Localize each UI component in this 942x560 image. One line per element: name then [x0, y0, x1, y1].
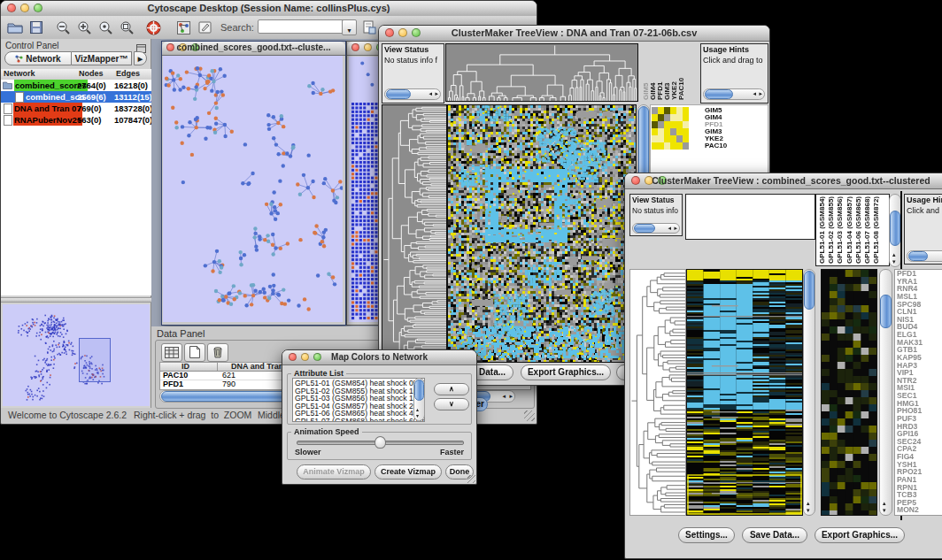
treeview2-column-dendrogram[interactable] — [685, 194, 815, 240]
treeview2-main-vscrollbar[interactable]: ▴▾ — [803, 269, 815, 516]
zoom-selected-icon[interactable] — [95, 18, 116, 37]
move-down-button[interactable]: ∨ — [434, 398, 469, 410]
treeview2-window: ClusterMaker TreeView : combined_scores_… — [624, 173, 942, 559]
zoom-fit-icon[interactable] — [116, 18, 137, 37]
col-id[interactable]: ID — [181, 363, 189, 371]
search-label: Search: — [220, 22, 254, 33]
save-data-button[interactable]: Save Data... — [742, 527, 807, 543]
tab-vizmapper[interactable]: VizMapper™ — [72, 51, 132, 65]
desktop: { "main_window": { "title": "Cytoscape D… — [0, 0, 942, 560]
network-row-rnapuber[interactable]: RNAPuberNov2+ 563(0) 107847(0) — [1, 114, 151, 126]
birdseye-view-canvas[interactable] — [3, 304, 150, 406]
treeview2-column-labels: GPL51-01 (GSM854)GPL51-02 (GSM855)GPL51-… — [815, 194, 890, 266]
treeview1-summary-matrix[interactable] — [652, 107, 689, 150]
minimize-button[interactable] — [364, 43, 372, 51]
treeview2-title: ClusterMaker TreeView : combined_scores_… — [625, 175, 942, 186]
move-up-button[interactable]: ∧ — [434, 383, 469, 395]
treeview1-view-status: View Status No status info f ◂▸ — [382, 43, 444, 104]
window-title: Cytoscape Desktop (Session Name: collins… — [1, 3, 537, 13]
attribute-browser-icon[interactable] — [359, 18, 380, 37]
treeview2-gene-vscrollbar[interactable]: ▴▾ — [879, 269, 892, 516]
attribute-select-icon[interactable] — [161, 343, 182, 362]
attribute-list-group: Attribute List GPL51-01 (GSM854) heat sh… — [287, 373, 472, 425]
attribute-listbox[interactable]: GPL51-01 (GSM854) heat shock 05 minGPL51… — [292, 378, 425, 422]
create-vizmap-button[interactable]: Create Vizmap — [374, 464, 442, 479]
status-welcome: Welcome to Cytoscape 2.6.2 — [8, 410, 127, 420]
treeview2-zoom-heatmap[interactable] — [821, 269, 877, 516]
attribute-list-label: Attribute List — [291, 369, 346, 378]
open-session-button[interactable] — [4, 18, 26, 37]
speed-slider-thumb[interactable] — [374, 436, 386, 449]
search-dropdown-button[interactable]: ▾ — [342, 19, 357, 35]
help-lifering-icon[interactable] — [143, 18, 164, 37]
view-status-hscrollbar[interactable]: ◂▸ — [384, 88, 441, 100]
network-window-1-title: combined_scores_good.txt--cluste... — [162, 42, 345, 52]
tab-network[interactable]: Network — [4, 51, 72, 65]
network-row-combined-sco-selected[interactable]: combined_sco 2569(6) 13112(15) — [1, 91, 151, 103]
network-window-1-titlebar[interactable]: combined_scores_good.txt--cluste... — [162, 42, 345, 56]
control-panel-title: Control Panel — [5, 41, 59, 50]
usage-hints-hscrollbar[interactable]: ◂▸ — [703, 88, 765, 100]
control-panel: Control Panel Network VizMapper™ ▶ Netwo… — [1, 39, 151, 408]
treeview2-top-vscrollbar[interactable]: ▴▾ — [889, 194, 901, 267]
treeview1-heatmap[interactable] — [447, 104, 637, 363]
treeview2-view-status: View Status No status info ◂▸ — [629, 194, 683, 236]
treeview2-titlebar[interactable]: ClusterMaker TreeView : combined_scores_… — [625, 173, 942, 189]
close-button[interactable] — [351, 43, 359, 51]
animation-speed-group: Animation Speed Slower Faster — [287, 432, 472, 460]
treeview1-column-dendrogram[interactable] — [445, 43, 638, 102]
new-attribute-icon[interactable] — [184, 343, 205, 362]
network-row-combined-scores[interactable]: combined_scores 2764(0) 16218(0) — [1, 80, 151, 91]
treeview1-row-dendrogram[interactable] — [382, 104, 447, 363]
slower-label: Slower — [295, 448, 321, 456]
search-input[interactable] — [258, 19, 344, 34]
treeview1-column-labels: GIM5GIM4PFD1GIM3YKE2PAC10 — [642, 47, 686, 100]
faster-label: Faster — [440, 448, 464, 456]
settings-button[interactable]: Settings... — [678, 527, 735, 543]
treeview2-heatmap[interactable] — [686, 269, 803, 516]
treeview1-row-labels: GIM5GIM4PFD1GIM3YKE2PAC10 — [705, 107, 727, 150]
network-overview-icon[interactable] — [173, 18, 194, 37]
zoom-out-icon[interactable] — [52, 18, 73, 37]
annotation-icon[interactable] — [194, 18, 215, 37]
treeview2-gene-list[interactable]: PFD1YRA1RNR4MSL1SPC98CLN1NIS1BUD4ELG1MAK… — [894, 269, 942, 516]
treeview2-row-dendrogram[interactable] — [629, 269, 686, 516]
treeview1-titlebar[interactable]: ClusterMaker TreeView : DNA and Tran 07-… — [379, 26, 769, 42]
tab-overflow-button[interactable]: ▶ — [134, 51, 147, 65]
status-zoom-hint: Right-click + drag to ZOOM — [134, 410, 251, 420]
animation-speed-label: Animation Speed — [291, 427, 362, 436]
map-colors-title: Map Colors to Network — [282, 352, 476, 362]
delete-attribute-trash-icon[interactable] — [207, 343, 228, 362]
network-list: combined_scores 2764(0) 16218(0) combine… — [1, 80, 151, 295]
map-colors-dialog: Map Colors to Network Attribute List GPL… — [282, 349, 477, 485]
panel-divider[interactable] — [1, 297, 151, 303]
data-panel-label: Data Panel — [157, 328, 205, 339]
network-view-1-canvas[interactable] — [163, 56, 343, 322]
resize-grip[interactable] — [524, 410, 535, 421]
export-graphics-button[interactable]: Export Graphics... — [521, 364, 611, 380]
treeview1-title: ClusterMaker TreeView : DNA and Tran 07-… — [379, 27, 769, 38]
usage-hints-hscrollbar[interactable] — [907, 250, 942, 262]
attribute-list-vscrollbar[interactable]: ▴▾ — [413, 378, 425, 421]
view-status-hscrollbar[interactable]: ◂▸ — [632, 223, 680, 234]
treeview2-usage-hints: Usage Hints Click and — [904, 194, 942, 265]
zoom-in-icon[interactable] — [73, 18, 95, 37]
map-colors-titlebar[interactable]: Map Colors to Network — [282, 350, 476, 365]
save-session-button[interactable] — [26, 18, 47, 37]
network-row-dna-tran[interactable]: DNA and Tran 07 769(0) 183728(0) — [1, 103, 151, 114]
resize-grip[interactable] — [467, 475, 475, 483]
animate-vizmap-button: Animate Vizmap — [297, 464, 371, 479]
treeview1-usage-hints: Usage Hints Click and drag to ◂▸ — [700, 43, 768, 104]
network-window-1: combined_scores_good.txt--cluste... — [161, 41, 346, 326]
main-titlebar[interactable]: Cytoscape Desktop (Session Name: collins… — [1, 1, 537, 17]
export-graphics-button[interactable]: Export Graphics... — [815, 527, 905, 543]
